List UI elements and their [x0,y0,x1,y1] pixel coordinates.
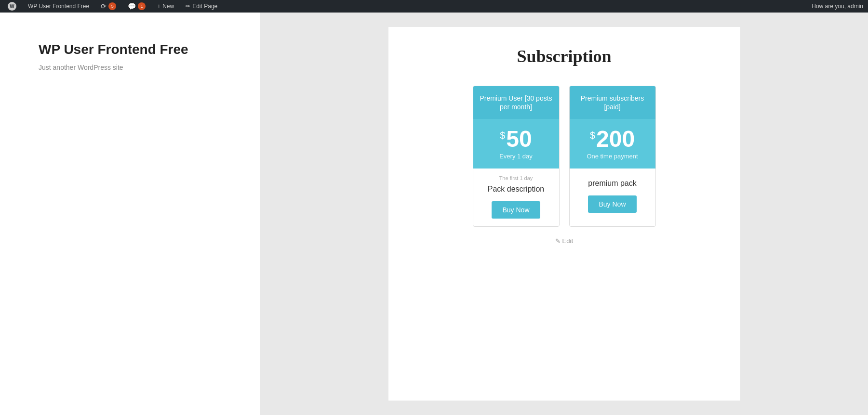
sidebar: WP User Frontend Free Just another WordP… [0,13,260,415]
card-2-header-text: Premium subscribers [paid] [581,94,644,111]
card-2-header: Premium subscribers [paid] [570,86,655,119]
site-name-item[interactable]: WP User Frontend Free [25,0,92,13]
card-1-header: Premium User [30 posts per month] [473,86,559,119]
card-1-currency: $ [500,130,505,141]
card-1-price: $50 [478,128,554,151]
card-2-body: premium pack Buy Now [570,169,655,220]
wp-logo-item[interactable]: W [5,0,19,13]
edit-page-link[interactable]: ✎ Edit [555,237,573,245]
comments-icon: 💬 [128,2,136,10]
subscription-card-2: Premium subscribers [paid] $200 One time… [569,86,656,227]
page-wrapper: WP User Frontend Free Just another WordP… [0,13,868,415]
cards-container: Premium User [30 posts per month] $50 Ev… [413,86,716,227]
comments-badge: 1 [138,2,146,10]
card-1-trial: The first 1 day [480,175,552,181]
updates-item[interactable]: ⟳ 5 [98,0,119,13]
content-box: Subscription Premium User [30 posts per … [388,27,740,401]
edit-link-area: ✎ Edit [413,227,716,245]
card-1-description: Pack description [480,185,552,194]
card-1-buy-button[interactable]: Buy Now [492,201,540,219]
admin-bar: W WP User Frontend Free ⟳ 5 💬 1 + New ✏ … [0,0,868,13]
card-2-price-value: 200 [596,126,635,152]
subscription-card-1: Premium User [30 posts per month] $50 Ev… [473,86,560,227]
new-plus-icon: + [157,3,160,10]
card-2-price: $200 [574,128,651,151]
card-2-price-block: $200 One time payment [570,119,655,169]
site-tagline: Just another WordPress site [39,64,241,71]
card-2-price-sub: One time payment [574,153,651,160]
card-1-price-value: 50 [506,126,532,152]
card-1-price-block: $50 Every 1 day [473,119,559,169]
edit-page-label: Edit Page [192,3,217,10]
admin-greeting: How are you, admin [812,3,863,10]
comments-item[interactable]: 💬 1 [125,0,148,13]
updates-badge: 5 [108,2,116,10]
page-title: Subscription [413,46,716,66]
edit-page-item[interactable]: ✏ Edit Page [183,0,220,13]
main-content: Subscription Premium User [30 posts per … [260,13,868,415]
new-item[interactable]: + New [154,0,177,13]
card-1-header-text: Premium User [30 posts per month] [480,94,552,111]
edit-page-icon: ✏ [186,3,190,10]
card-2-currency: $ [590,130,595,141]
card-1-price-sub: Every 1 day [478,153,554,160]
card-2-description: premium pack [576,179,649,188]
wp-logo-icon: W [8,2,16,11]
card-1-body: The first 1 day Pack description Buy Now [473,169,559,226]
site-title: WP User Frontend Free [39,41,241,58]
site-name-label: WP User Frontend Free [28,3,89,10]
new-label: New [162,3,174,10]
card-2-buy-button[interactable]: Buy Now [588,195,636,213]
updates-icon: ⟳ [101,2,107,10]
